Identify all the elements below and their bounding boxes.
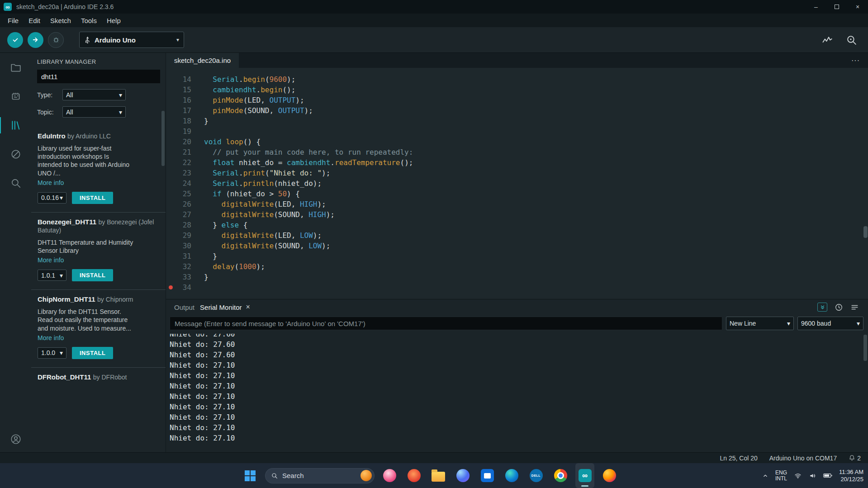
sidebar-item-library-manager[interactable] [0, 111, 31, 140]
line-number[interactable]: 33 [166, 272, 191, 282]
line-number[interactable]: 26 [166, 199, 191, 209]
line-number[interactable]: 19 [166, 126, 191, 137]
battery-icon[interactable] [823, 472, 832, 479]
serial-message-input[interactable] [170, 317, 722, 330]
serial-plotter-icon[interactable] [822, 34, 833, 46]
line-number[interactable]: 22 [166, 157, 191, 168]
line-number[interactable]: 25 [166, 189, 191, 199]
code-line[interactable]: 33} [166, 272, 868, 282]
install-button[interactable]: INSTALL [72, 269, 113, 281]
code-line[interactable]: 18} [166, 116, 868, 126]
taskbar-app-explorer[interactable] [429, 463, 448, 488]
code-line[interactable]: 30 digitalWrite(SOUND, LOW); [166, 241, 868, 251]
library-search-input[interactable] [37, 70, 160, 83]
tab-output[interactable]: Output [171, 303, 197, 311]
topic-filter-select[interactable]: All ▾ [62, 106, 126, 118]
account-button[interactable] [0, 433, 31, 445]
taskbar-app-pink[interactable] [380, 463, 399, 488]
chevron-up-icon[interactable] [762, 473, 768, 479]
serial-monitor-icon[interactable] [846, 34, 857, 46]
close-button[interactable]: × [847, 0, 868, 14]
line-number[interactable]: 17 [166, 105, 191, 116]
tab-serial-monitor[interactable]: Serial Monitor × [197, 303, 253, 311]
cursor-position[interactable]: Ln 25, Col 20 [720, 455, 757, 462]
more-info-link[interactable]: More info [38, 256, 159, 264]
sidebar-item-sketchbook[interactable] [0, 53, 31, 82]
line-ending-select[interactable]: New Line ▾ [726, 317, 794, 330]
volume-icon[interactable] [809, 472, 816, 479]
menu-sketch[interactable]: Sketch [45, 15, 76, 26]
taskbar-app-dell[interactable]: DELL [526, 463, 545, 488]
maximize-button[interactable] [826, 0, 847, 14]
board-selector-dropdown[interactable]: Arduino Uno ▾ [79, 32, 184, 48]
code-line[interactable]: 15 cambiendht.begin(); [166, 85, 868, 95]
panel-scrollbar[interactable] [161, 111, 165, 166]
code-line[interactable]: 26 digitalWrite(LED, HIGH); [166, 199, 868, 209]
sidebar-item-debug[interactable] [0, 140, 31, 169]
version-select[interactable]: 0.0.16 ▾ [38, 192, 66, 204]
baud-rate-select[interactable]: 9600 baud ▾ [797, 317, 863, 330]
editor-scrollbar[interactable] [863, 226, 868, 238]
more-actions-icon[interactable]: ··· [851, 57, 868, 65]
code-line[interactable]: 16 pinMode(LED, OUTPUT); [166, 95, 868, 105]
code-line[interactable]: 25 if (nhiet_do > 50) { [166, 189, 868, 199]
code-line[interactable]: 29 digitalWrite(LED, LOW); [166, 230, 868, 241]
verify-button[interactable] [7, 32, 23, 48]
code-line[interactable]: 20void loop() { [166, 137, 868, 147]
line-number[interactable]: 34 [166, 282, 191, 293]
line-number[interactable]: 23 [166, 168, 191, 178]
code-line[interactable]: 23 Serial.print("Nhiet do: "); [166, 168, 868, 178]
type-filter-select[interactable]: All ▾ [62, 89, 126, 100]
taskbar-app-chrome[interactable] [551, 463, 570, 488]
code-line[interactable]: 19 [166, 126, 868, 137]
line-number[interactable]: 15 [166, 85, 191, 95]
taskbar-app-browser[interactable] [404, 463, 423, 488]
taskbar-search[interactable]: Search [265, 468, 375, 483]
menu-edit[interactable]: Edit [24, 15, 45, 26]
line-number[interactable]: 29 [166, 230, 191, 241]
debug-button[interactable] [48, 32, 64, 48]
taskbar-clock[interactable]: 11:36 AM 20/12/25 [839, 469, 863, 483]
line-number[interactable]: 27 [166, 209, 191, 220]
code-line[interactable]: 21 // put your main code here, to run re… [166, 147, 868, 157]
taskbar-app-edge[interactable] [502, 463, 521, 488]
line-number[interactable]: 16 [166, 95, 191, 105]
code-line[interactable]: 31 } [166, 251, 868, 261]
taskbar-app-store[interactable] [478, 463, 497, 488]
tab-sketch[interactable]: sketch_dec20a.ino [166, 53, 239, 68]
line-number[interactable]: 18 [166, 116, 191, 126]
line-number[interactable]: 30 [166, 241, 191, 251]
close-icon[interactable]: × [246, 303, 250, 311]
more-info-link[interactable]: More info [38, 179, 159, 186]
install-button[interactable]: INSTALL [72, 347, 113, 359]
line-number[interactable]: 20 [166, 137, 191, 147]
taskbar-app-firefox[interactable] [600, 463, 619, 488]
code-line[interactable]: 14 Serial.begin(9600); [166, 74, 868, 85]
serial-output[interactable]: Nhiet do: 27.60Nhiet do: 27.60Nhiet do: … [166, 334, 868, 452]
menu-tools[interactable]: Tools [76, 15, 102, 26]
code-line[interactable]: 24 Serial.println(nhiet_do); [166, 178, 868, 189]
notifications-button[interactable]: 2 [849, 455, 861, 462]
sidebar-item-search[interactable] [0, 169, 31, 198]
line-number[interactable]: 31 [166, 251, 191, 261]
code-line[interactable]: 17 pinMode(SOUND, OUTPUT); [166, 105, 868, 116]
upload-button[interactable] [28, 32, 43, 48]
code-line[interactable]: 32 delay(1000); [166, 261, 868, 272]
board-port-status[interactable]: Arduino Uno on COM17 [769, 455, 837, 462]
taskbar-app-arduino[interactable]: ∞ [575, 463, 594, 488]
taskbar-app-copilot[interactable] [453, 463, 472, 488]
menu-help[interactable]: Help [102, 15, 126, 26]
version-select[interactable]: 1.0.0 ▾ [38, 347, 66, 359]
line-number[interactable]: 32 [166, 261, 191, 272]
code-line[interactable]: 27 digitalWrite(SOUND, HIGH); [166, 209, 868, 220]
serial-scrollbar[interactable] [863, 335, 867, 361]
line-number[interactable]: 28 [166, 220, 191, 230]
menu-file[interactable]: File [3, 15, 24, 26]
line-number[interactable]: 14 [166, 74, 191, 85]
install-button[interactable]: INSTALL [72, 192, 113, 204]
clear-output-icon[interactable] [850, 303, 859, 312]
code-editor[interactable]: 14 Serial.begin(9600);15 cambiendht.begi… [166, 68, 868, 299]
line-number[interactable]: 21 [166, 147, 191, 157]
start-button[interactable] [241, 463, 260, 488]
more-info-link[interactable]: More info [38, 334, 159, 341]
